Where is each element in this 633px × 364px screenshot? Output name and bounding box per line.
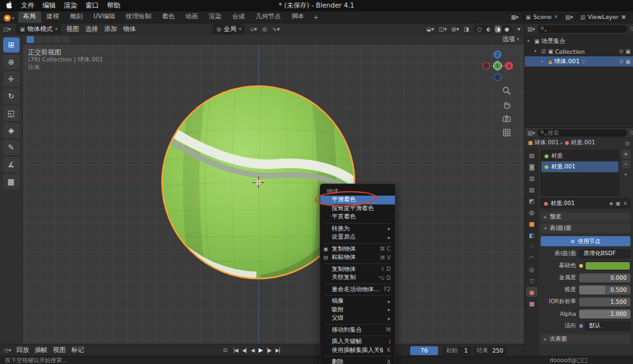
- material-tab[interactable]: ●: [526, 287, 537, 297]
- preview-panel-header[interactable]: ▸ 预览: [541, 212, 630, 222]
- timeline-menu-item[interactable]: 标记: [72, 346, 84, 355]
- transport-play-reverse-button[interactable]: ◀: [251, 348, 254, 353]
- workspace-tab[interactable]: 合成: [227, 11, 250, 23]
- menu-item[interactable]: 转换为▸: [320, 225, 395, 234]
- filter-funnel-icon[interactable]: ▽: [630, 130, 633, 135]
- viewport-3d[interactable]: 正交前视图 (76) Collection | 球体.001 分米 X Z Y: [23, 44, 524, 344]
- proportional-falloff-icon[interactable]: ∿▾: [272, 26, 280, 32]
- timeline-menu-item[interactable]: 插帧: [35, 346, 47, 355]
- expand-arrow-icon[interactable]: ▾: [534, 49, 539, 54]
- menu-item[interactable]: 吸附▸: [320, 306, 395, 315]
- menu-item[interactable]: ▣复制物体⌘ C: [320, 245, 395, 254]
- workspace-tab[interactable]: 纹理绘制: [121, 11, 156, 23]
- filter-funnel-icon[interactable]: ▽: [630, 26, 633, 32]
- menu-item[interactable]: 关联复制⌥ D: [320, 273, 395, 282]
- proportional-edit-icon[interactable]: ◎: [262, 26, 267, 32]
- properties-editor-icon[interactable]: ▥▾: [527, 130, 535, 136]
- header-menu-item[interactable]: 物体: [123, 25, 136, 34]
- color-swatch[interactable]: [585, 261, 630, 270]
- frame-start-field[interactable]: 起始 1: [443, 346, 471, 355]
- scale-tool[interactable]: ◱: [3, 106, 20, 121]
- menu-item[interactable]: 设置原点▸: [320, 233, 395, 242]
- annotate-tool[interactable]: ✎: [3, 140, 20, 155]
- viewlayer-browse-icon[interactable]: ▧▾: [565, 14, 573, 20]
- workspace-tab[interactable]: 建模: [42, 11, 65, 23]
- hide-eye-icon[interactable]: ⊙: [619, 48, 624, 54]
- breadcrumb-object[interactable]: 球体.001: [535, 139, 559, 147]
- material-datablock-field[interactable]: ● 材质.001 ◈ ▣ ✕: [541, 198, 630, 208]
- value-slider[interactable]: 0.000: [579, 273, 630, 282]
- menu-item[interactable]: 父级▸: [320, 314, 395, 323]
- shading-wireframe-icon[interactable]: ○: [476, 25, 483, 33]
- outliner-editor-icon[interactable]: ▤▾: [527, 26, 535, 32]
- tool-tab[interactable]: ▤: [526, 150, 537, 160]
- shading-rendered-icon[interactable]: ●: [503, 25, 510, 33]
- tool-options-dropdown[interactable]: 选项 ▾: [502, 35, 519, 44]
- disable-render-icon[interactable]: ▣: [625, 58, 630, 65]
- output-tab[interactable]: ▥: [526, 173, 537, 183]
- auto-keying-toggle[interactable]: ⊙: [223, 347, 228, 353]
- header-menu-item[interactable]: 选择: [85, 25, 98, 34]
- timeline-menu-item[interactable]: 视图: [53, 346, 66, 355]
- workspace-tab[interactable]: UV编辑: [89, 11, 120, 23]
- slot-specials-icon[interactable]: ▾: [622, 170, 630, 179]
- menu-item[interactable]: 平直着色: [320, 213, 395, 222]
- transport-prev-keyframe-button[interactable]: ◀|: [242, 348, 246, 353]
- properties-search-input[interactable]: [537, 129, 627, 137]
- select-mode-circle-button[interactable]: [44, 36, 52, 43]
- current-frame-field[interactable]: 76: [410, 346, 438, 355]
- frame-end-field[interactable]: 结束 250: [473, 346, 506, 355]
- menubar-item[interactable]: 渲染: [64, 1, 77, 10]
- transform-tool[interactable]: ◈: [3, 123, 20, 138]
- blender-menu-button[interactable]: ▾: [4, 15, 15, 22]
- viewlayer-copy-icon[interactable]: ▣: [621, 14, 626, 20]
- modifiers-tab[interactable]: ◧: [526, 230, 537, 240]
- workspace-tab[interactable]: 雕刻: [65, 11, 88, 23]
- select-mode-box-button[interactable]: [35, 36, 43, 43]
- menu-item[interactable]: 镜像▸: [320, 297, 395, 306]
- world-tab[interactable]: ◍: [526, 207, 537, 217]
- texture-tab[interactable]: ▦: [526, 298, 537, 308]
- workspace-tab[interactable]: 几何节点: [251, 11, 286, 23]
- select-mode-lasso-button[interactable]: [53, 36, 61, 43]
- select-box-tool[interactable]: ⊞: [3, 37, 20, 53]
- workspace-tab[interactable]: 渲染: [204, 11, 227, 23]
- menubar-item[interactable]: 文件: [21, 1, 34, 10]
- workspace-tab[interactable]: 布局: [18, 11, 41, 23]
- header-menu-item[interactable]: 视图: [66, 25, 79, 34]
- fake-user-shield-icon[interactable]: ◈: [610, 201, 613, 206]
- material-slot[interactable]: ●材质.001: [541, 161, 618, 172]
- pin-icon[interactable]: ◎: [625, 140, 630, 146]
- menu-item[interactable]: 平滑着色: [320, 196, 395, 204]
- orientation-selector[interactable]: ◍ 全局 ▾: [213, 24, 245, 34]
- viewlayer-selector[interactable]: ▤ ViewLayer ▣: [576, 13, 630, 21]
- transport-play-button[interactable]: ▶: [258, 347, 262, 353]
- collection-checkbox[interactable]: ☑: [541, 48, 546, 54]
- visibility-filter-icon[interactable]: ◒▾: [426, 26, 434, 32]
- hide-eye-icon[interactable]: ⊙: [619, 58, 624, 65]
- value-slider[interactable]: 0.500: [579, 286, 630, 294]
- transport-jump-end-button[interactable]: ▶|: [275, 348, 280, 353]
- menubar-item[interactable]: 编辑: [42, 1, 56, 10]
- menu-item[interactable]: 使用插帧集插入关键帧K: [320, 346, 395, 355]
- overlays-toggle-icon[interactable]: ◍▾: [451, 26, 459, 32]
- menubar-item[interactable]: 窗口: [85, 1, 99, 10]
- navigation-gizmo[interactable]: X Z Y: [481, 49, 514, 82]
- scene-unlink-icon[interactable]: ✕: [554, 14, 558, 20]
- transport-next-keyframe-button[interactable]: |▶: [266, 348, 271, 353]
- xray-toggle-icon[interactable]: ◨: [463, 26, 469, 32]
- shading-options-icon[interactable]: ▾: [517, 26, 520, 32]
- surface-panel-header[interactable]: ▾ 表(曲)面: [541, 223, 630, 233]
- dropdown-field[interactable]: 原理化BSDF: [579, 249, 630, 258]
- workspace-tab[interactable]: 脚本: [287, 11, 310, 23]
- object-data-tab[interactable]: ▽: [526, 275, 537, 286]
- timeline-menu-item[interactable]: 回放: [16, 346, 29, 355]
- add-cube-tool[interactable]: ▩: [3, 174, 20, 189]
- new-material-icon[interactable]: ▣: [616, 201, 621, 206]
- rotate-tool[interactable]: ↻: [3, 89, 20, 104]
- zoom-icon[interactable]: [502, 86, 511, 96]
- measure-tool[interactable]: ∡: [3, 157, 20, 172]
- expand-arrow-icon[interactable]: ▸: [541, 59, 546, 64]
- render-tab[interactable]: ◙: [526, 161, 537, 172]
- outliner-row[interactable]: ▾☑▣Collection⊙▣: [525, 46, 633, 56]
